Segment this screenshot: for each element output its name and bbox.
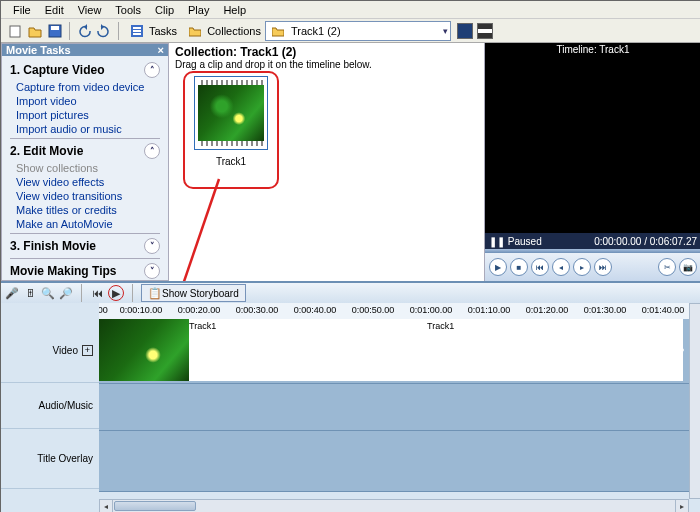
play-button[interactable]: ▶ xyxy=(489,258,507,276)
timeline-area: 🎤 🎚 🔍 🔎 ⏮ ▶ 📋 Show Storyboard Video+ Aud… xyxy=(1,281,700,512)
preview-title: Timeline: Track1 xyxy=(485,43,700,57)
expand-icon[interactable]: + xyxy=(82,345,93,356)
capture-header[interactable]: 1. Capture Video˄ xyxy=(10,60,160,80)
scrollbar-thumb[interactable] xyxy=(114,501,196,511)
svg-rect-2 xyxy=(51,26,59,30)
finish-header[interactable]: 3. Finish Movie˅ xyxy=(10,236,160,256)
split-button[interactable]: ✂ xyxy=(658,258,676,276)
menu-file[interactable]: File xyxy=(7,4,37,16)
zoom-in-icon[interactable]: 🔍 xyxy=(41,286,55,300)
ruler-tick: 0:01:40.00 xyxy=(642,305,685,315)
tasks-label: Tasks xyxy=(149,25,177,37)
pause-glyph-icon: ❚❚ xyxy=(489,236,505,247)
new-project-icon[interactable] xyxy=(7,23,23,39)
track-label-title: Title Overlay xyxy=(1,429,99,489)
collections-toggle[interactable]: Collections xyxy=(185,23,261,39)
task-titles-credits[interactable]: Make titles or credits xyxy=(10,203,160,217)
time-duration: 0:06:07.27 xyxy=(650,236,697,247)
task-video-transitions[interactable]: View video transitions xyxy=(10,189,160,203)
clip-label: Track1 xyxy=(216,156,246,167)
step-back-button[interactable]: ◂ xyxy=(552,258,570,276)
svg-rect-4 xyxy=(133,27,141,29)
save-icon[interactable] xyxy=(47,23,63,39)
edit-header[interactable]: 2. Edit Movie˄ xyxy=(10,141,160,161)
task-capture-device[interactable]: Capture from video device xyxy=(10,80,160,94)
collections-icon xyxy=(187,23,203,39)
menubar: File Edit View Tools Clip Play Help xyxy=(1,1,700,19)
ruler-tick: 0:01:20.00 xyxy=(526,305,569,315)
collections-label: Collections xyxy=(207,25,261,37)
time-ruler[interactable]: 0:000:00:10.000:00:20.000:00:30.000:00:4… xyxy=(99,303,700,320)
ruler-tick: 0:00:40.00 xyxy=(294,305,337,315)
tasks-pane: Movie Tasks × 1. Capture Video˄ Capture … xyxy=(1,43,169,281)
preview-status: ❚❚ Paused 0:00:00.00 / 0:06:07.27 xyxy=(485,233,700,249)
ruler-tick: 0:00 xyxy=(99,305,108,315)
task-import-pictures[interactable]: Import pictures xyxy=(10,108,160,122)
ruler-tick: 0:00:10.00 xyxy=(120,305,163,315)
menu-play[interactable]: Play xyxy=(182,4,215,16)
redo-icon[interactable] xyxy=(96,23,112,39)
tasks-title: Movie Tasks xyxy=(6,44,71,56)
menu-tools[interactable]: Tools xyxy=(109,4,147,16)
audio-track[interactable] xyxy=(99,384,700,431)
zoom-out-icon[interactable]: 🔎 xyxy=(59,286,73,300)
scroll-left-icon[interactable]: ◂ xyxy=(100,500,113,512)
clip-item[interactable]: Track1 xyxy=(183,71,279,189)
scroll-right-icon[interactable]: ▸ xyxy=(675,500,688,512)
ruler-tick: 0:00:30.00 xyxy=(236,305,279,315)
task-show-collections[interactable]: Show collections xyxy=(10,161,160,175)
rewind-tl-icon[interactable]: ⏮ xyxy=(90,286,104,300)
video-track[interactable]: Track1 Track1 Track1Duration: 0:06:07.30 xyxy=(99,319,700,384)
preview-pane: Timeline: Track1 ❚❚ Paused 0:00:00.00 / … xyxy=(484,43,700,281)
chevron-down-icon: ▾ xyxy=(443,26,448,36)
tips-header[interactable]: Movie Making Tips˅ xyxy=(10,261,160,281)
collection-subheading: Drag a clip and drop it on the timeline … xyxy=(175,59,478,70)
snapshot-button[interactable]: 📷 xyxy=(679,258,697,276)
task-video-effects[interactable]: View video effects xyxy=(10,175,160,189)
close-icon[interactable]: × xyxy=(158,44,164,56)
ruler-tick: 0:01:10.00 xyxy=(468,305,511,315)
menu-help[interactable]: Help xyxy=(217,4,252,16)
ruler-tick: 0:00:50.00 xyxy=(352,305,395,315)
svg-rect-0 xyxy=(10,26,20,37)
collection-dropdown[interactable]: Track1 (2) ▾ xyxy=(265,21,451,41)
vertical-scrollbar[interactable] xyxy=(689,303,700,499)
collection-heading: Collection: Track1 (2) xyxy=(175,45,478,59)
task-import-video[interactable]: Import video xyxy=(10,94,160,108)
tasks-toggle[interactable]: Tasks xyxy=(127,23,177,39)
fast-fwd-button[interactable]: ⏭ xyxy=(594,258,612,276)
collection-pane: Collection: Track1 (2) Drag a clip and d… xyxy=(169,43,484,281)
timeline-clip[interactable]: Track1 xyxy=(99,319,423,381)
menu-clip[interactable]: Clip xyxy=(149,4,180,16)
menu-edit[interactable]: Edit xyxy=(39,4,70,16)
horizontal-scrollbar[interactable]: ◂ ▸ xyxy=(99,499,689,512)
play-tl-icon[interactable]: ▶ xyxy=(108,285,124,301)
show-storyboard-button[interactable]: 📋 Show Storyboard xyxy=(141,284,246,302)
undo-icon[interactable] xyxy=(76,23,92,39)
player-controls: ▶ ■ ⏮ ◂ ▸ ⏭ ✂ 📷 xyxy=(485,253,700,281)
view-thumb-icon[interactable] xyxy=(457,23,473,39)
track-label-video: Video+ xyxy=(1,319,99,383)
timeline-toolbar: 🎤 🎚 🔍 🔎 ⏮ ▶ 📋 Show Storyboard xyxy=(1,283,700,303)
chevron-up-icon: ˄ xyxy=(144,62,160,78)
timeline-clip-label: Track1 xyxy=(423,319,683,333)
menu-view[interactable]: View xyxy=(72,4,108,16)
step-fwd-button[interactable]: ▸ xyxy=(573,258,591,276)
chevron-up-icon: ˄ xyxy=(144,143,160,159)
task-automovie[interactable]: Make an AutoMovie xyxy=(10,217,160,231)
narrate-icon[interactable]: 🎤 xyxy=(5,286,19,300)
preview-screen[interactable] xyxy=(485,57,700,233)
task-import-audio[interactable]: Import audio or music xyxy=(10,122,160,136)
ruler-tick: 0:01:30.00 xyxy=(584,305,627,315)
title-track[interactable] xyxy=(99,431,700,492)
svg-rect-5 xyxy=(133,30,141,32)
collection-selected: Track1 (2) xyxy=(288,25,443,37)
storyboard-icon: 📋 xyxy=(148,286,162,300)
audio-levels-icon[interactable]: 🎚 xyxy=(23,286,37,300)
stop-button[interactable]: ■ xyxy=(510,258,528,276)
rewind-button[interactable]: ⏮ xyxy=(531,258,549,276)
timeline-main[interactable]: 0:000:00:10.000:00:20.000:00:30.000:00:4… xyxy=(99,303,700,512)
view-detail-icon[interactable] xyxy=(477,23,493,39)
timeline-clip[interactable]: Track1 xyxy=(423,319,683,381)
open-icon[interactable] xyxy=(27,23,43,39)
